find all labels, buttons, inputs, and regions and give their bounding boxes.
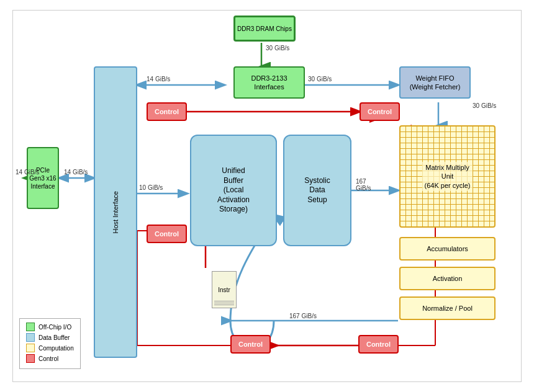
rate-ddr-down: 30 GiB/s: [266, 45, 289, 51]
legend-off-chip: Off-Chip I/O: [26, 323, 74, 331]
instr-box: Instr: [212, 271, 237, 308]
ctrl-mid-left-box: Control: [147, 225, 187, 243]
legend-computation: Computation: [26, 344, 74, 352]
rate-pcie-right: 14 GiB/s: [64, 169, 88, 176]
activation-box: Activation: [399, 267, 496, 290]
rate-pcie-left: 14 GiB/s: [16, 169, 39, 176]
ctrl-top-right-box: Control: [360, 102, 400, 121]
unified-buffer-box: Unified Buffer (Local Activation Storage…: [190, 135, 277, 246]
rate-host-unified: 10 GiB/s: [139, 184, 163, 191]
legend-control-color: [26, 354, 35, 363]
ctrl-bot-right-box: Control: [358, 335, 399, 354]
systolic-box: Systolic Data Setup: [283, 135, 351, 246]
legend: Off-Chip I/O Data Buffer Computation Con…: [19, 318, 81, 369]
rate-systolic-matrix: 167 GiB/s: [356, 178, 371, 192]
accumulators-box: Accumulators: [399, 237, 496, 261]
ddr3-chips-box: DDR3 DRAM Chips: [233, 16, 296, 42]
pcie-box: PCIe Gen3 x16 Interface: [27, 147, 59, 209]
matrix-multiply-box: Matrix Multiply Unit (64K per cycle): [399, 125, 496, 228]
ctrl-top-left-box: Control: [147, 102, 187, 121]
rate-ddr-weight: 30 GiB/s: [308, 76, 332, 82]
normalize-pool-box: Normalize / Pool: [399, 296, 496, 320]
legend-computation-color: [26, 344, 35, 352]
host-interface-box: Host Interface: [94, 66, 137, 358]
rate-accum-back: 167 GiB/s: [289, 313, 317, 319]
ddr3-interfaces-box: DDR3-2133 Interfaces: [233, 66, 305, 99]
legend-off-chip-color: [26, 323, 35, 331]
rate-host-ddr: 14 GiB/s: [147, 76, 170, 82]
legend-control: Control: [26, 354, 74, 363]
legend-data-buffer-color: [26, 333, 35, 342]
weight-fifo-box: Weight FIFO (Weight Fetcher): [399, 66, 471, 99]
diagram-container: PCIe Gen3 x16 Interface Host Interface D…: [12, 10, 522, 382]
ctrl-bot-left-box: Control: [230, 335, 271, 354]
legend-data-buffer: Data Buffer: [26, 333, 74, 342]
rate-weight-down: 30 GiB/s: [473, 102, 496, 109]
